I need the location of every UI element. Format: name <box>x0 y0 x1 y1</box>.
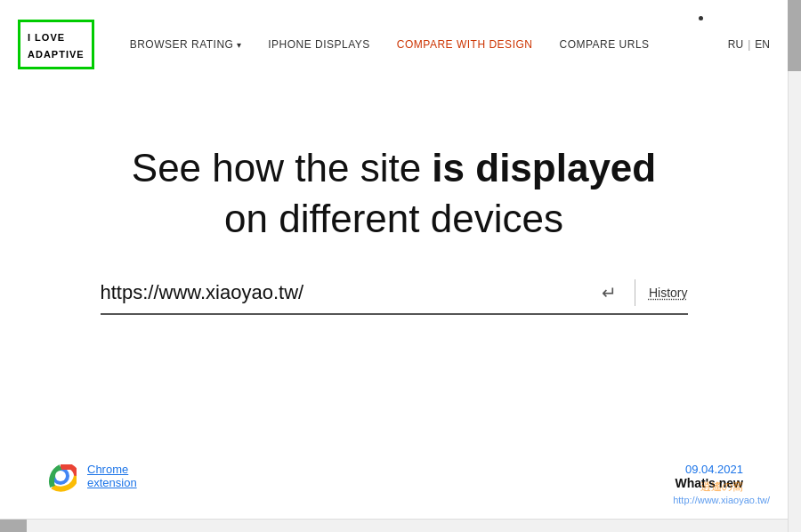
watermark: 逍遙の窩 http://www.xiaoyao.tw/ <box>673 480 770 505</box>
scrollbar-bottom-thumb[interactable] <box>0 520 27 532</box>
watermark-line1: 逍遙の窩 <box>673 480 770 495</box>
hero-title-bold: is displayed <box>432 146 656 189</box>
nav-compare-urls[interactable]: COMPARE URLS <box>559 38 649 51</box>
logo-line1: I LOVE <box>28 32 65 43</box>
lang-ru[interactable]: RU <box>728 38 743 51</box>
footer-date: 09.04.2021 <box>676 463 743 476</box>
hero-title-line2: on different devices <box>224 197 563 240</box>
logo-line2: ADAPTIVE <box>28 49 85 60</box>
scrollbar-thumb[interactable] <box>788 0 801 71</box>
url-input[interactable] <box>101 281 588 304</box>
enter-icon[interactable]: ↵ <box>602 282 617 303</box>
nav-dot <box>699 16 703 20</box>
nav-browser-rating[interactable]: BROWSER RATING <box>130 38 242 51</box>
search-input-row: ↵ History <box>101 279 688 315</box>
hero-section: See how the site is displayed on differe… <box>0 89 788 279</box>
history-button[interactable]: History <box>649 286 688 300</box>
search-divider <box>635 279 635 306</box>
nav-links: BROWSER RATING IPHONE DISPLAYS COMPARE W… <box>130 38 728 51</box>
lang-divider: | <box>748 38 750 51</box>
chrome-line2: extension <box>87 476 137 489</box>
nav-lang: RU | EN <box>728 38 770 51</box>
lang-en[interactable]: EN <box>755 38 770 51</box>
logo[interactable]: I LOVE ADAPTIVE <box>18 20 94 69</box>
footer: Chrome extension 09.04.2021 What's new <box>0 460 788 492</box>
watermark-line2: http://www.xiaoyao.tw/ <box>673 495 770 505</box>
scrollbar-bottom[interactable] <box>0 519 788 532</box>
search-area: ↵ History <box>47 279 741 315</box>
scrollbar-right[interactable] <box>788 0 801 532</box>
nav-compare-with-design[interactable]: COMPARE WITH DESIGN <box>397 38 533 51</box>
hero-title: See how the site is displayed on differe… <box>18 142 770 244</box>
chrome-icon <box>44 460 77 492</box>
svg-point-2 <box>55 471 66 481</box>
logo-box: I LOVE ADAPTIVE <box>18 20 94 69</box>
hero-title-normal: See how the site <box>132 146 433 189</box>
nav-iphone-displays[interactable]: IPHONE DISPLAYS <box>268 38 370 51</box>
chrome-extension[interactable]: Chrome extension <box>44 460 137 492</box>
navbar: I LOVE ADAPTIVE BROWSER RATING IPHONE DI… <box>0 0 788 89</box>
chrome-line1: Chrome <box>87 463 137 476</box>
chrome-extension-link[interactable]: Chrome extension <box>87 463 137 489</box>
